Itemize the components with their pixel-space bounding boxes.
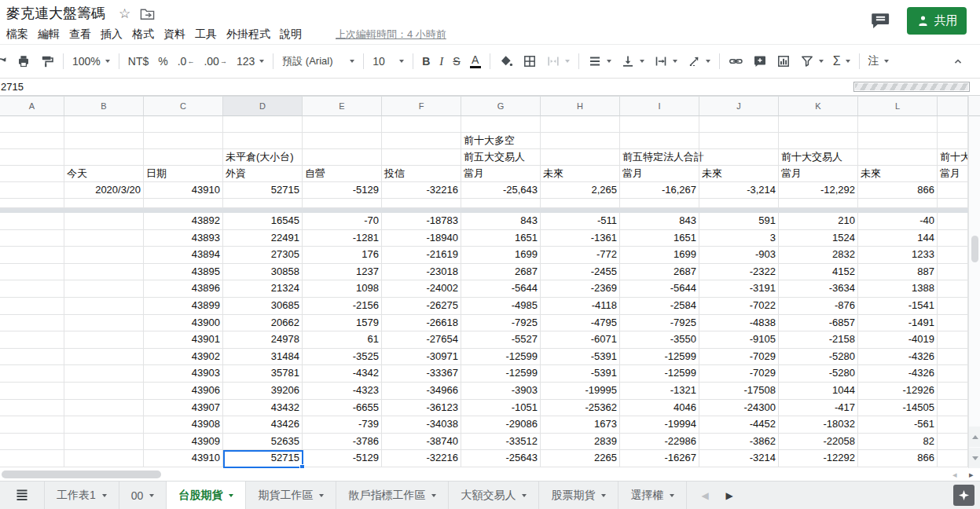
grid-cell[interactable]: 前五特定法人合計 [620,149,699,166]
grid-cell[interactable]: -7029 [699,365,779,383]
grid-cell[interactable] [938,133,968,149]
grid-cell[interactable]: 1524 [779,230,858,247]
grid-cell[interactable]: -12926 [858,383,938,400]
grid-cell[interactable]: -511 [541,213,620,230]
grid-cell[interactable] [382,149,461,166]
grid-cell[interactable] [938,331,968,349]
grid-cell[interactable] [64,264,144,281]
filter-icon[interactable] [795,49,828,73]
grid-cell[interactable] [64,450,144,467]
grid-cell[interactable] [541,116,620,133]
grid-cell[interactable]: -30971 [382,349,461,366]
grid-cell[interactable] [699,116,779,133]
grid-cell[interactable]: -40 [858,213,938,230]
grid-cell[interactable] [64,230,144,247]
grid-cell[interactable]: -3,214 [699,182,779,199]
grid-cell[interactable]: -5129 [303,450,382,467]
grid-cell[interactable] [0,247,64,264]
grid-cell[interactable]: -18032 [779,416,858,434]
grid-cell[interactable]: 866 [858,450,938,467]
grid-cell[interactable]: -2156 [303,298,382,315]
grid-cell[interactable] [0,416,64,434]
grid-cell[interactable]: 27305 [223,247,303,264]
grid-cell[interactable] [144,116,223,133]
grid-cell[interactable]: -4326 [858,349,938,366]
grid-cell[interactable]: -1491 [858,315,938,332]
column-header-B[interactable]: B [64,96,144,116]
grid-cell[interactable]: -7029 [699,349,779,366]
print-icon[interactable] [12,49,35,73]
grid-cell[interactable]: -19994 [620,416,699,434]
grid-cell[interactable]: 30685 [223,298,303,315]
bold-button[interactable]: B [417,49,435,73]
column-header-C[interactable]: C [144,96,223,116]
grid-cell[interactable]: 43907 [144,400,223,417]
grid-cell[interactable] [0,349,64,366]
grid-cell[interactable]: -3634 [779,280,858,298]
grid-cell[interactable]: -23018 [382,264,461,281]
grid-cell[interactable] [382,133,461,149]
grid-cell[interactable] [64,365,144,383]
grid-cell[interactable]: 2265 [541,450,620,467]
column-header-L[interactable]: L [858,96,938,116]
grid-cell[interactable] [938,230,968,247]
grid-cell[interactable] [0,133,64,149]
redo-icon[interactable] [0,49,12,73]
grid-cell[interactable] [64,383,144,400]
grid-cell[interactable] [461,116,541,133]
grid-cell[interactable]: 2687 [461,264,541,281]
borders-icon[interactable] [518,49,541,73]
formula-bar-value[interactable]: 2715 [1,81,24,93]
collapse-toolbar-icon[interactable] [947,49,969,73]
italic-button[interactable]: I [435,49,448,73]
grid-cell[interactable]: 35781 [223,365,303,383]
grid-cell[interactable]: -2322 [699,264,779,281]
grid-cell[interactable]: -1051 [461,400,541,417]
grid-cell[interactable] [938,264,968,281]
grid-cell[interactable]: 210 [779,213,858,230]
grid-cell[interactable] [858,116,938,133]
grid-cell[interactable]: 843 [620,213,699,230]
column-header-G[interactable]: G [461,96,541,116]
grid-cell[interactable] [64,116,144,133]
zoom-select[interactable]: 100% [68,49,115,73]
more-formats-button[interactable]: 123 [232,49,269,73]
grid-cell[interactable]: 1579 [303,315,382,332]
insert-comment-icon[interactable] [748,49,772,73]
menu-edit[interactable]: 編輯 [33,27,64,42]
grid-cell[interactable]: 未來 [541,166,620,182]
grid-cell[interactable]: -561 [858,416,938,434]
grid-cell[interactable]: 30858 [223,264,303,281]
grid-cell[interactable]: 43909 [144,434,223,451]
grid-cell[interactable]: 日期 [144,166,223,182]
grid-cell[interactable]: 43910 [144,450,223,467]
grid-cell[interactable]: 43903 [144,365,223,383]
scroll-down-button[interactable] [969,448,980,468]
sheet-tab-5[interactable]: 大額交易人 [449,482,539,509]
grid-cell[interactable] [382,116,461,133]
strikethrough-button[interactable]: S [448,49,464,73]
grid-cell[interactable] [620,133,699,149]
grid-cell[interactable]: -12599 [461,365,541,383]
grid-cell[interactable] [0,230,64,247]
grid-cell[interactable] [779,133,858,149]
grid-cell[interactable]: -4342 [303,365,382,383]
grid-cell[interactable]: -17508 [699,383,779,400]
grid-cell[interactable]: -5391 [541,365,620,383]
grid-cell[interactable]: 43899 [144,298,223,315]
sheet-tab-3[interactable]: 期貨工作區 [246,482,336,509]
grid-cell[interactable]: 39206 [223,383,303,400]
grid-cell[interactable] [938,298,968,315]
format-percent-button[interactable]: % [153,49,172,73]
grid-cell[interactable]: -2455 [541,264,620,281]
grid-cell[interactable] [303,133,382,149]
grid-cell[interactable] [64,247,144,264]
sheet-tab-7[interactable]: 選擇權 [618,482,687,509]
grid-cell[interactable]: 591 [699,213,779,230]
grid-cell[interactable]: 2020/3/20 [64,182,144,199]
sheet-tab-0[interactable]: 工作表1 [44,482,119,509]
scroll-right-icon[interactable]: ▸ [969,469,974,480]
grid-cell[interactable] [0,298,64,315]
grid-cell[interactable]: 1098 [303,280,382,298]
grid-cell[interactable] [0,331,64,349]
